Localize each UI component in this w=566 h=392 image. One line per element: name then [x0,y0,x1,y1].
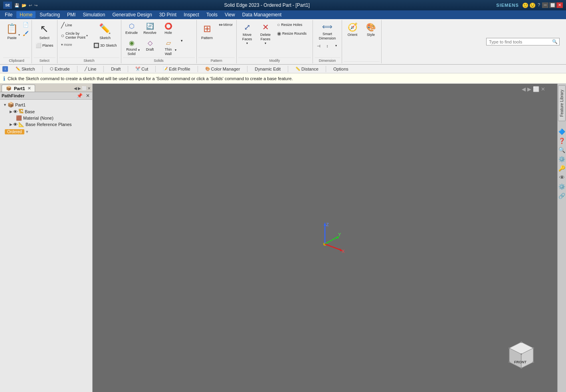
menu-home[interactable]: Home [16,11,36,18]
draft-button[interactable]: ◇ Draft [141,37,159,53]
close-btn[interactable]: ✕ [556,2,563,8]
menu-file[interactable]: File [2,11,16,18]
mode-colormanager-btn[interactable]: 🎨 Color Manager [202,66,243,72]
quick-access-open[interactable]: 📂 [22,3,26,8]
restore-btn[interactable]: ⬜ [549,2,556,8]
help-btn[interactable]: ? [536,2,541,8]
delete-faces-dropdown[interactable]: ▾ [265,41,266,45]
cube-navigator[interactable]: FRONT [505,340,537,372]
pathfinder-pin-btn[interactable]: 📌 [76,93,83,98]
sketch-more-button[interactable]: ▾ more [59,41,90,48]
right-panel-btn-3[interactable]: 🔍 [558,146,566,154]
3dsketch-button[interactable]: 🔲 3D Sketch [91,42,119,49]
line-button[interactable]: ╱ Line [59,21,90,30]
tab-prev[interactable]: ◀ [74,86,77,91]
ordered-dropdown-icon[interactable]: ▾ [26,129,28,134]
resize-rounds-button[interactable]: ◉ Resize Rounds [275,30,311,37]
delete-faces-button[interactable]: ✕ DeleteFaces ▾ [257,21,274,47]
round-dropdown[interactable]: ▾ [138,48,140,52]
feature-library-tab[interactable]: Feature Library [558,85,566,121]
quick-access-save[interactable]: 💾 [14,3,19,8]
copy-button[interactable]: 📄 [22,21,30,29]
base-ref-expand-arrow[interactable]: ▶ [10,122,12,126]
search-input[interactable] [487,39,550,45]
tree-node-part1[interactable]: ▼ 📦 Part1 [2,101,91,108]
menu-simulation[interactable]: Simulation [79,11,108,18]
right-panel-btn-6[interactable]: 👁 [558,173,566,181]
dim-more3-button[interactable]: ▾ [332,43,340,49]
menu-surfacing[interactable]: Surfacing [36,11,63,18]
sketch-button[interactable]: ✏️ Sketch [96,21,114,42]
pattern-button[interactable]: ⊞ Pattern [198,21,216,42]
part1-tab[interactable]: 📦 Part1 ✕ [2,85,35,92]
mode-distance-btn[interactable]: 📏 Distance [293,66,321,72]
orient-button[interactable]: 🧭 Orient [344,21,361,39]
move-faces-button[interactable]: ⤢ MoveFaces ▾ [238,21,256,47]
part1-expand-arrow[interactable]: ▼ [3,103,7,107]
circle-dropdown[interactable]: ▾ [86,34,88,37]
search-icon: 🔍 [550,38,559,45]
mirror-button[interactable]: ⇔ Mirror [217,21,235,29]
ordered-badge[interactable]: Ordered [5,129,24,134]
paste-dropdown-arrow[interactable]: ▾ [18,33,20,37]
tree-node-material[interactable]: 🟫 Material (None) [2,115,91,121]
tab-next[interactable]: ▶ [78,86,81,91]
dim-more2-button[interactable]: ↕ [323,43,331,49]
quick-access-undo[interactable]: ↩ [29,3,32,8]
mode-sketch-btn[interactable]: ✏️ Sketch [13,66,38,72]
menu-generative[interactable]: Generative Design [109,11,155,18]
right-panel-btn-7[interactable]: ⚙️ [558,183,566,191]
menu-datamgmt[interactable]: Data Management [239,11,285,18]
menu-inspect[interactable]: Inspect [180,11,202,18]
right-panel-btn-5[interactable]: 🔑 [558,164,566,172]
right-panel-btn-1[interactable]: 🔷 [558,128,566,136]
menu-view[interactable]: View [222,11,238,18]
right-panel-btn-8[interactable]: 🔗 [558,192,566,200]
style-button[interactable]: 🎨 Style [362,21,380,39]
base-vis-icon[interactable]: 👁 [13,109,18,114]
round-button[interactable]: ◉ RoundSolid ▾ [123,37,141,58]
tree-node-base[interactable]: ▶ 👁 🏗 Base [2,108,91,115]
part1-tab-close[interactable]: ✕ [28,86,31,91]
quick-access-redo[interactable]: ↪ [34,3,38,8]
thinwall-button[interactable]: ▱ ThinWall ▾ [160,37,177,58]
select-button[interactable]: ↖ Select [36,21,53,42]
mode-dynamicedit-btn[interactable]: Dynamic Edit [252,66,283,72]
thinwall-dropdown[interactable]: ▾ [175,48,176,52]
move-faces-dropdown[interactable]: ▾ [246,41,248,45]
menu-pmi[interactable]: PMI [64,11,79,18]
resize-holes-button[interactable]: ○ Resize Holes [275,21,311,29]
menu-tools[interactable]: Tools [203,11,221,18]
smart-dimension-button[interactable]: ⟺ SmartDimension [315,21,339,42]
mode-extrude-btn[interactable]: ⬡ Extrude [47,66,73,72]
vp-nav-left[interactable]: ◀ [522,86,526,92]
circle-button[interactable]: ○ Circle byCenter Point ▾ [59,30,90,41]
mode-line-btn[interactable]: ╱ Line [82,66,99,72]
paste-button[interactable]: 📋 Paste ▾ [3,21,21,42]
search-box[interactable]: 🔍 [486,38,560,45]
vp-nav-right[interactable]: ▶ [527,86,531,92]
extrude-button[interactable]: ⬡ Extrude [123,21,141,37]
minimize-btn[interactable]: ─ [542,2,548,8]
right-panel-btn-4[interactable]: ⚙️ [558,155,566,163]
revolve-button[interactable]: 🔄 Revolve [141,21,159,37]
solids-more-button[interactable]: ▾ [178,37,186,44]
tab-close[interactable]: ✕ [87,86,91,91]
mode-draft-btn[interactable]: Draft [108,66,123,72]
hole-button[interactable]: ⭕ Hole [160,21,177,37]
mode-options-btn[interactable]: Options [330,66,351,72]
dim-more1-button[interactable]: ⊣ [315,43,323,49]
pathfinder-close-btn[interactable]: ✕ [85,93,91,98]
vp-maximize[interactable]: ⬜ [533,86,539,92]
base-expand-arrow[interactable]: ▶ [10,110,12,114]
tree-node-base-ref[interactable]: ▶ 👁 📐 Base Reference Planes [2,121,91,128]
tab-maximize[interactable]: ⬜ [82,86,87,91]
mode-cut-btn[interactable]: ✂️ Cut [133,66,151,72]
format-painter-button[interactable]: 🖌️ [22,30,30,37]
base-ref-vis-icon[interactable]: 👁 [13,122,18,127]
menu-3dprint[interactable]: 3D Print [156,11,180,18]
right-panel-btn-2[interactable]: ❓ [558,137,566,145]
planes-button[interactable]: ⬜ Planes [34,42,55,49]
vp-close[interactable]: ✕ [541,86,545,92]
mode-editprofile-btn[interactable]: 📝 Edit Profile [160,66,193,72]
